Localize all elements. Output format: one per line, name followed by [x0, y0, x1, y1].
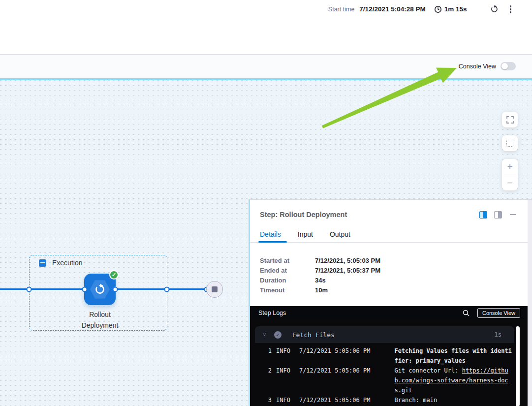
step-logs-title: Step Logs [258, 310, 286, 316]
tab-separator [250, 242, 532, 243]
step-logs-bar: Step Logs Console View [250, 306, 532, 319]
stage-divider [0, 78, 532, 80]
start-time-label: Start time [328, 6, 355, 13]
connector-dot [27, 287, 32, 292]
log-group-header[interactable]: ˅ ✓ Fetch Files 1s [255, 326, 514, 343]
chevron-down-icon[interactable]: ˅ [263, 331, 266, 339]
minimize-panel-icon[interactable] [509, 211, 517, 219]
panel-scrollbar-track[interactable] [528, 200, 532, 406]
search-icon[interactable] [463, 310, 469, 316]
clock-icon [434, 5, 442, 13]
duration-value: 1m 15s [444, 5, 467, 13]
split-view-left-icon[interactable] [479, 211, 487, 219]
tab-details[interactable]: Details [260, 230, 281, 238]
success-badge-icon: ✓ [109, 270, 119, 280]
detail-row: Timeout 10m [260, 285, 380, 295]
console-view-toggle[interactable] [501, 62, 516, 70]
active-tab-indicator [258, 241, 287, 243]
zoom-controls: + − [502, 159, 518, 190]
execution-header: Start time 7/12/2021 5:04:28 PM 1m 15s [0, 0, 532, 55]
stop-node-icon[interactable] [206, 281, 223, 298]
zoom-out-button[interactable]: − [502, 175, 518, 191]
console-view-button[interactable]: Console View [477, 308, 520, 318]
step-details-panel: Step: Rollout Deployment Details Input O… [249, 199, 532, 406]
zoom-in-button[interactable]: + [502, 159, 518, 175]
detail-row: Ended at 7/12/2021, 5:05:37 PM [260, 266, 380, 276]
detail-row: Duration 34s [260, 276, 380, 285]
start-time-value: 7/12/2021 5:04:28 PM [359, 5, 425, 13]
log-line: 2 INFO 7/12/2021 5:05:06 PM Git connecto… [250, 366, 526, 395]
rollout-deployment-node[interactable]: ✓ [84, 274, 116, 305]
split-view-right-icon[interactable] [494, 211, 502, 219]
log-group-name: Fetch Files [292, 331, 335, 339]
details-table: Started at 7/12/2021, 5:05:03 PM Ended a… [260, 256, 380, 295]
tab-input[interactable]: Input [298, 230, 313, 238]
connector-dot [82, 287, 88, 292]
group-title: Execution [52, 259, 82, 267]
rollout-step-icon [94, 283, 106, 296]
log-line: 3 INFO 7/12/2021 5:05:06 PM Branch: main [250, 395, 526, 405]
connector-dot [113, 287, 118, 292]
log-viewer: ˅ ✓ Fetch Files 1s 1 INFO 7/12/2021 5:05… [250, 319, 532, 406]
detail-row: Started at 7/12/2021, 5:05:03 PM [260, 256, 380, 266]
refresh-button[interactable] [490, 4, 499, 14]
node-label: Rollout Deployment [56, 309, 144, 331]
console-view-label: Console View [459, 63, 496, 70]
view-toolbar: Console View [0, 55, 532, 78]
log-scrollbar[interactable] [516, 326, 520, 406]
connector-dot [164, 287, 170, 292]
status-success-icon: ✓ [274, 331, 282, 339]
tab-output[interactable]: Output [330, 230, 350, 238]
log-group-duration: 1s [495, 331, 501, 338]
collapse-group-icon[interactable] [39, 259, 46, 267]
panel-title: Step: Rollout Deployment [260, 211, 347, 219]
log-line: 1 INFO 7/12/2021 5:05:06 PM Fetching Val… [250, 346, 526, 366]
fullscreen-icon[interactable] [502, 112, 518, 127]
fit-view-icon[interactable] [502, 135, 518, 151]
kebab-menu-icon[interactable] [509, 4, 513, 14]
